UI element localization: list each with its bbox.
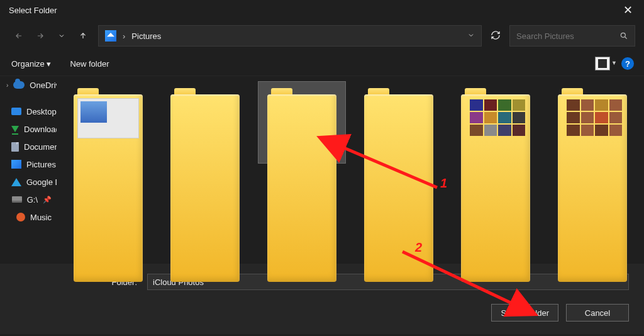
sidebar-item-g-drive[interactable]: G:\ 📌 — [0, 191, 57, 208]
organize-menu[interactable]: Organize ▾ — [11, 59, 51, 69]
download-icon — [11, 124, 19, 134]
select-folder-button[interactable]: Select Folder — [491, 304, 558, 322]
body: › OneDrive - Personal Desktop 📌 Download… — [0, 76, 644, 264]
new-folder-button[interactable]: New folder — [70, 59, 109, 69]
sidebar-item-label: Desktop — [26, 107, 57, 116]
up-button[interactable] — [77, 30, 89, 42]
desktop-icon — [11, 106, 21, 116]
address-bar[interactable]: › Pictures — [98, 25, 482, 47]
sidebar-item-google-drive[interactable]: Google Drive 📌 — [0, 173, 57, 191]
folder-item-icloud-photos[interactable]: iCloud Photos — [258, 81, 346, 164]
cloud-icon — [13, 80, 25, 90]
window-title: Select Folder — [9, 6, 57, 15]
chevron-right-icon[interactable]: › — [6, 82, 8, 89]
folder-item-saved-pictures[interactable]: Saved Pictures — [452, 81, 540, 164]
thumbnail-preview — [470, 99, 525, 136]
sidebar-item-desktop[interactable]: Desktop 📌 — [0, 103, 57, 120]
cancel-button[interactable]: Cancel — [566, 304, 629, 322]
toolbar: Organize ▾ New folder ▼ ? — [0, 53, 644, 76]
search-icon — [619, 31, 628, 40]
sidebar-item-label: Pictures — [26, 160, 56, 169]
sidebar-item-pictures[interactable]: Pictures 📌 — [0, 155, 57, 173]
dialog-buttons: Select Folder Cancel — [0, 294, 644, 334]
sidebar-item-downloads[interactable]: Downloads 📌 — [0, 120, 57, 138]
refresh-button[interactable] — [491, 30, 501, 42]
help-button[interactable]: ? — [621, 57, 634, 70]
address-expand-icon[interactable] — [467, 31, 475, 41]
sidebar-item-onedrive[interactable]: › OneDrive - Personal — [0, 76, 57, 94]
document-icon — [11, 142, 19, 152]
pin-icon: 📌 — [43, 196, 52, 204]
close-button[interactable]: ✕ — [621, 4, 635, 16]
sidebar-item-label: Music — [30, 213, 52, 222]
folder-item[interactable] — [64, 81, 152, 176]
sidebar-item-label: Google Drive — [26, 177, 57, 187]
title-bar: Select Folder ✕ — [0, 0, 644, 20]
pictures-icon — [105, 30, 116, 42]
sidebar-item-label: OneDrive - Personal — [30, 81, 57, 90]
folder-item-photoscape-x[interactable]: PhotoScape X — [355, 81, 443, 164]
drive-icon — [12, 194, 22, 204]
search-input[interactable] — [516, 31, 611, 41]
thumbnail-preview — [567, 99, 622, 136]
sidebar-item-label: G:\ — [27, 195, 38, 204]
nav-row: › Pictures — [0, 20, 644, 53]
pictures-icon — [11, 159, 21, 169]
forward-button[interactable] — [34, 30, 47, 42]
folder-view[interactable]: Camera Roll iCloud Photos PhotoScape X S… — [57, 76, 644, 264]
folder-item-camera-roll[interactable]: Camera Roll — [161, 81, 249, 164]
sidebar-item-documents[interactable]: Documents 📌 — [0, 138, 57, 155]
music-icon — [16, 212, 25, 222]
sidebar: › OneDrive - Personal Desktop 📌 Download… — [0, 76, 57, 264]
breadcrumb-sep-icon: › — [123, 31, 125, 41]
back-button[interactable] — [13, 30, 25, 42]
folder-item-screenshots[interactable]: Screenshots — [548, 81, 636, 164]
breadcrumb-current[interactable]: Pictures — [131, 31, 161, 41]
sidebar-item-label: Downloads — [24, 125, 57, 134]
sidebar-item-music[interactable]: Music — [0, 208, 57, 226]
thumbnail-preview — [77, 98, 139, 138]
google-drive-icon — [11, 177, 21, 187]
svg-point-0 — [621, 33, 625, 37]
sidebar-item-label: Documents — [24, 142, 57, 152]
recent-locations-button[interactable] — [55, 30, 68, 42]
search-box[interactable] — [509, 25, 635, 47]
view-mode-button[interactable]: ▼ — [595, 57, 610, 70]
